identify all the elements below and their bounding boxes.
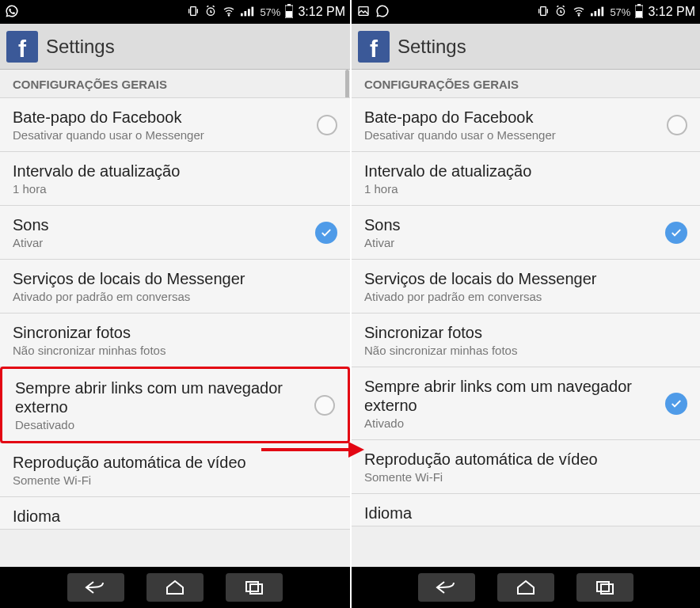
setting-title: Sempre abrir links com um navegador exte… (364, 377, 657, 415)
home-button[interactable] (497, 573, 554, 602)
svg-rect-19 (595, 11, 597, 16)
phone-left: 57% 3:12 PM f Settings CONFIGURAÇÕES GER… (0, 0, 350, 608)
signal-icon (241, 6, 255, 19)
whatsapp-icon (375, 4, 390, 21)
page-title: Settings (46, 36, 115, 58)
facebook-icon: f (358, 31, 390, 63)
setting-title: Sincronizar fotos (364, 323, 679, 342)
vibrate-icon (187, 5, 200, 20)
setting-autoplay[interactable]: Reprodução automática de vídeo Somente W… (352, 439, 700, 494)
clock-text: 3:12 PM (298, 5, 345, 19)
setting-title: Reprodução automática de vídeo (13, 453, 329, 472)
vibrate-icon (537, 5, 550, 20)
svg-rect-18 (591, 13, 593, 16)
alarm-icon (204, 5, 217, 20)
setting-language[interactable]: Idioma (352, 493, 700, 526)
recent-apps-button[interactable] (226, 573, 283, 602)
radio-off[interactable] (667, 115, 687, 135)
svg-rect-0 (191, 6, 196, 15)
svg-rect-5 (248, 9, 250, 16)
setting-title: Sincronizar fotos (13, 323, 329, 342)
setting-subtitle: Não sincronizar minhas fotos (364, 344, 679, 357)
setting-autoplay[interactable]: Reprodução automática de vídeo Somente W… (0, 443, 350, 497)
checkbox-on[interactable] (315, 222, 337, 244)
setting-subtitle: Somente Wi-Fi (364, 470, 679, 484)
setting-subtitle: Não sincronizar minhas fotos (13, 344, 329, 357)
setting-title: Sons (13, 215, 307, 234)
setting-sync-photos[interactable]: Sincronizar fotos Não sincronizar minhas… (352, 313, 700, 367)
status-bar: 57% 3:12 PM (352, 0, 700, 24)
setting-subtitle: Desativar quando usar o Messenger (13, 128, 309, 142)
signal-icon (591, 6, 605, 19)
setting-subtitle: Ativado por padrão em conversas (13, 290, 329, 303)
setting-subtitle: 1 hora (13, 182, 329, 196)
svg-rect-21 (602, 6, 604, 16)
setting-subtitle: Desativar quando usar o Messenger (364, 128, 659, 142)
setting-external-links[interactable]: Sempre abrir links com um navegador exte… (352, 367, 700, 440)
setting-sync-photos[interactable]: Sincronizar fotos Não sincronizar minhas… (0, 313, 350, 367)
svg-rect-26 (601, 584, 613, 594)
alarm-icon (554, 5, 567, 20)
setting-sounds[interactable]: Sons Ativar (0, 205, 350, 260)
svg-rect-24 (636, 11, 642, 17)
facebook-icon: f (6, 31, 38, 63)
wifi-icon (222, 5, 236, 20)
radio-off[interactable] (314, 395, 335, 416)
setting-subtitle: 1 hora (364, 182, 679, 196)
nav-bar (352, 567, 700, 608)
setting-title: Intervalo de atualização (13, 162, 329, 180)
battery-percent: 57% (610, 6, 630, 18)
setting-subtitle: Ativado (364, 416, 657, 430)
clock-text: 3:12 PM (648, 5, 695, 19)
setting-title: Sons (364, 215, 657, 234)
setting-language[interactable]: Idioma (0, 496, 350, 530)
setting-subtitle: Ativar (13, 236, 307, 249)
section-header: CONFIGURAÇÕES GERAIS (352, 70, 700, 97)
wifi-icon (572, 5, 586, 20)
battery-icon (285, 4, 293, 21)
svg-rect-20 (598, 9, 600, 16)
settings-list: CONFIGURAÇÕES GERAIS Bate-papo do Facebo… (0, 70, 350, 567)
setting-external-links[interactable]: Sempre abrir links com um navegador exte… (0, 367, 350, 443)
svg-point-17 (579, 14, 580, 15)
svg-rect-9 (286, 11, 292, 17)
setting-title: Serviços de locais do Messenger (364, 269, 679, 288)
recent-apps-button[interactable] (576, 573, 633, 602)
battery-percent: 57% (260, 6, 280, 18)
setting-title: Sempre abrir links com um navegador exte… (15, 378, 306, 416)
setting-title: Idioma (13, 507, 329, 526)
settings-list: CONFIGURAÇÕES GERAIS Bate-papo do Facebo… (352, 70, 700, 567)
setting-refresh[interactable]: Intervalo de atualização 1 hora (352, 151, 700, 206)
phone-right: 57% 3:12 PM f Settings CONFIGURAÇÕES GER… (350, 0, 700, 608)
checkbox-on[interactable] (665, 393, 687, 415)
setting-title: Serviços de locais do Messenger (13, 269, 329, 288)
svg-rect-6 (252, 6, 254, 16)
page-title: Settings (398, 36, 466, 58)
svg-rect-25 (597, 582, 609, 591)
image-icon (356, 5, 371, 20)
setting-sounds[interactable]: Sons Ativar (352, 205, 700, 260)
title-bar: f Settings (352, 24, 700, 70)
setting-refresh[interactable]: Intervalo de atualização 1 hora (0, 151, 350, 206)
nav-bar (0, 567, 350, 608)
setting-location[interactable]: Serviços de locais do Messenger Ativado … (352, 259, 700, 314)
svg-rect-10 (246, 582, 258, 591)
setting-chat[interactable]: Bate-papo do Facebook Desativar quando u… (352, 97, 700, 152)
back-button[interactable] (418, 573, 475, 602)
svg-rect-3 (241, 13, 243, 16)
checkbox-on[interactable] (665, 222, 687, 244)
setting-chat[interactable]: Bate-papo do Facebook Desativar quando u… (0, 97, 350, 152)
setting-title: Intervalo de atualização (364, 162, 679, 180)
title-bar: f Settings (0, 24, 350, 70)
svg-rect-11 (250, 584, 262, 594)
setting-location[interactable]: Serviços de locais do Messenger Ativado … (0, 259, 350, 314)
svg-rect-4 (245, 11, 247, 16)
back-button[interactable] (67, 573, 124, 602)
radio-off[interactable] (317, 115, 337, 135)
setting-subtitle: Ativar (364, 236, 657, 249)
home-button[interactable] (146, 573, 204, 602)
whatsapp-icon (5, 4, 19, 21)
status-bar: 57% 3:12 PM (0, 0, 350, 24)
battery-icon (635, 4, 643, 21)
setting-title: Bate-papo do Facebook (364, 108, 659, 127)
